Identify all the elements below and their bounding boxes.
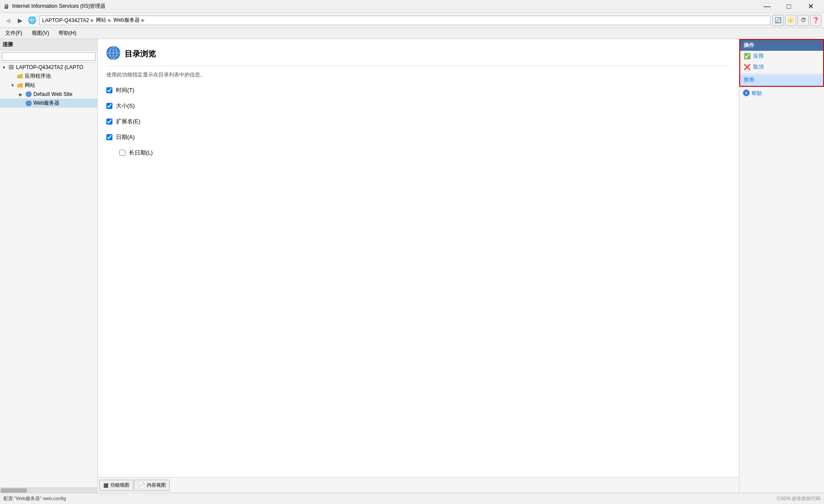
close-button[interactable]: ✕ (801, 0, 821, 13)
address-path: LAPTOP-Q4342TA2 ▶ 网站 ▶ Web服务器 ▶ (39, 16, 771, 25)
svg-rect-2 (9, 69, 14, 69)
sidebar-search (0, 50, 97, 63)
content-view-icon: 📄 (138, 482, 145, 488)
refresh-button[interactable]: 🔄 (772, 15, 784, 26)
title-bar: 🖥 Internet Information Services (IIS)管理器… (0, 0, 824, 13)
title-bar-left: 🖥 Internet Information Services (IIS)管理器 (3, 3, 105, 10)
apply-icon: ✅ (744, 53, 751, 59)
path-part-3: Web服务器 (113, 16, 139, 24)
menu-bar: 文件(F) 视图(V) 帮助(H) (0, 28, 824, 39)
status-left: 配置:"Web服务器" web.config (3, 495, 66, 502)
sidebar-search-input[interactable] (2, 52, 96, 61)
sidebar: 连接 ▼ LAPTOP-Q4342TA2 (LAPTO (0, 39, 98, 493)
checkbox-time[interactable] (106, 87, 112, 93)
cancel-label: 取消 (753, 63, 764, 71)
checkbox-time-row: 时间(T) (106, 86, 730, 94)
sidebar-header: 连接 (0, 39, 97, 50)
checkbox-ext[interactable] (106, 119, 112, 125)
tree-label-defaultsite: Default Web Site (33, 91, 73, 97)
tree-label-root: LAPTOP-Q4342TA2 (LAPTO (16, 64, 83, 70)
address-globe-icon: 🌐 (28, 16, 36, 24)
cancel-action[interactable]: ❌ 取消 (740, 62, 823, 72)
checkbox-size-row: 大小(S) (106, 102, 730, 110)
history-button[interactable]: ⏱ (798, 15, 809, 26)
tree-label-webserver: Web服务器 (33, 99, 59, 107)
checkbox-ext-label: 扩展名(E) (116, 118, 140, 125)
help-icon: ? (743, 89, 750, 98)
help-section: ? 帮助 (739, 87, 824, 100)
path-part-1: LAPTOP-Q4342TA2 (42, 17, 89, 23)
path-sep-3: ▶ (142, 18, 145, 23)
content-title: 目录浏览 (106, 46, 730, 66)
help-addr-button[interactable]: ❓ (810, 15, 821, 26)
content-view-button[interactable]: 📄 内容视图 (134, 480, 170, 491)
globe-icon-defaultsite (25, 91, 32, 98)
status-text: 配置:"Web服务器" web.config (3, 495, 66, 502)
help-link[interactable]: ? 帮助 (743, 89, 821, 98)
checkbox-longdate[interactable] (119, 150, 125, 156)
content-title-icon (106, 46, 120, 61)
path-sep-1: ▶ (91, 18, 94, 23)
svg-point-3 (13, 66, 13, 66)
actions-panel: 操作 ✅ 应用 ❌ 取消 禁用 (739, 39, 824, 87)
back-button[interactable]: ◀ (3, 15, 13, 26)
menu-view[interactable]: 视图(V) (28, 29, 53, 38)
folder-icon-sites (16, 82, 23, 89)
apply-label: 应用 (753, 53, 764, 60)
maximize-button[interactable]: □ (779, 0, 799, 13)
checkbox-longdate-row: 长日期(L) (119, 149, 730, 157)
feature-view-label: 功能视图 (110, 482, 129, 488)
tree-label-apppool: 应用程序池 (25, 72, 51, 80)
checkbox-time-label: 时间(T) (116, 86, 135, 94)
help-label: 帮助 (751, 90, 762, 97)
content-heading: 目录浏览 (125, 49, 156, 59)
status-bar: 配置:"Web服务器" web.config CSDN @孜孜矩代码 (0, 493, 824, 504)
checkbox-longdate-label: 长日期(L) (129, 149, 153, 157)
content-area: 目录浏览 使用此功能指定显示在目录列表中的信息。 时间(T) 大小(S) 扩展名… (98, 39, 739, 493)
menu-file[interactable]: 文件(F) (2, 29, 26, 38)
forward-button[interactable]: ▶ (15, 15, 25, 26)
app-icon: 🖥 (3, 3, 10, 10)
scroll-thumb (1, 488, 27, 493)
right-panel: 操作 ✅ 应用 ❌ 取消 禁用 ? (739, 39, 824, 493)
path-part-2: 网站 (96, 16, 106, 24)
checkbox-date-row: 日期(A) (106, 133, 730, 141)
address-icons: 🔄 ⭐ ⏱ ❓ (772, 15, 821, 26)
tree-item-sites[interactable]: ▼ 网站 (0, 81, 97, 90)
tree-item-defaultsite[interactable]: ▶ Default Web Site (0, 90, 97, 99)
tree-arrow-defaultsite: ▶ (19, 92, 25, 97)
app-title: Internet Information Services (IIS)管理器 (12, 3, 105, 10)
cancel-icon: ❌ (744, 64, 751, 70)
tree-label-sites: 网站 (25, 82, 35, 89)
content-footer: ▦ 功能视图 📄 内容视图 (98, 477, 739, 493)
feature-view-button[interactable]: ▦ 功能视图 (99, 480, 133, 491)
tree-item-root[interactable]: ▼ LAPTOP-Q4342TA2 (LAPTO (0, 63, 97, 72)
content-main: 目录浏览 使用此功能指定显示在目录列表中的信息。 时间(T) 大小(S) 扩展名… (98, 39, 739, 477)
tree-item-apppool[interactable]: 应用程序池 (0, 72, 97, 81)
content-description: 使用此功能指定显示在目录列表中的信息。 (106, 71, 730, 79)
tree-item-webserver[interactable]: Web服务器 (0, 99, 97, 108)
actions-panel-header: 操作 (740, 40, 823, 51)
tree-arrow-sites: ▼ (10, 83, 16, 88)
apply-action[interactable]: ✅ 应用 (740, 51, 823, 62)
checkbox-ext-row: 扩展名(E) (106, 118, 730, 125)
disable-label: 禁用 (744, 76, 754, 84)
checkbox-size[interactable] (106, 103, 112, 109)
checkbox-date-label: 日期(A) (116, 133, 135, 141)
globe-icon-webserver (25, 100, 32, 107)
home-button[interactable]: ⭐ (785, 15, 796, 26)
checkbox-date[interactable] (106, 134, 112, 140)
disable-action[interactable]: 禁用 (740, 75, 823, 86)
title-bar-controls: — □ ✕ (757, 0, 821, 13)
address-bar: ◀ ▶ 🌐 LAPTOP-Q4342TA2 ▶ 网站 ▶ Web服务器 ▶ 🔄 … (0, 13, 824, 28)
sidebar-scrollbar[interactable] (0, 488, 97, 493)
tree-arrow-root: ▼ (2, 65, 8, 70)
minimize-button[interactable]: — (757, 0, 777, 13)
feature-view-icon: ▦ (103, 482, 109, 488)
svg-point-4 (13, 67, 13, 68)
server-icon (8, 64, 15, 71)
folder-icon-apppool (16, 73, 23, 80)
content-view-label: 内容视图 (147, 482, 166, 488)
menu-help[interactable]: 帮助(H) (55, 29, 80, 38)
status-right: CSDN @孜孜矩代码 (777, 495, 821, 502)
